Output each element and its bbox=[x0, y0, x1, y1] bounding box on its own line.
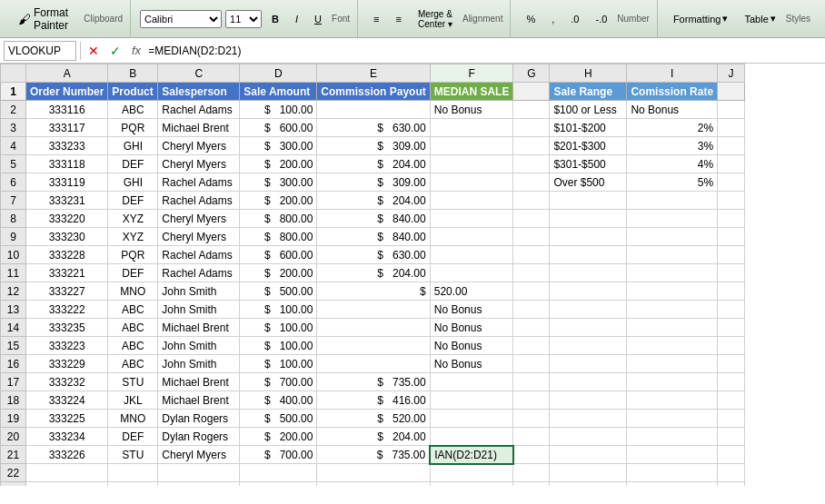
cell-h6[interactable]: Over $500 bbox=[550, 173, 627, 192]
cell-i20[interactable] bbox=[627, 428, 718, 446]
cell-c7[interactable]: Rachel Adams bbox=[158, 192, 240, 210]
cell-g15[interactable] bbox=[513, 337, 550, 355]
cell-e13[interactable] bbox=[317, 301, 430, 319]
cell-g3[interactable] bbox=[513, 119, 550, 137]
cell-i23[interactable] bbox=[627, 482, 718, 487]
cell-a20[interactable]: 333234 bbox=[26, 428, 108, 446]
cell-g19[interactable] bbox=[513, 410, 550, 428]
cell-i10[interactable] bbox=[627, 246, 718, 264]
cell-i6[interactable]: 5% bbox=[627, 173, 718, 192]
col-header-f[interactable]: F bbox=[430, 64, 513, 83]
cell-c16[interactable]: John Smith bbox=[158, 355, 240, 373]
col-header-h[interactable]: H bbox=[550, 64, 627, 83]
cell-a2[interactable]: 333116 bbox=[26, 101, 108, 119]
cell-d14[interactable]: $ 100.00 bbox=[240, 319, 317, 337]
cell-c8[interactable]: Cheryl Myers bbox=[158, 210, 240, 228]
cell-e17[interactable]: $ 735.00 bbox=[317, 373, 430, 391]
cell-h4[interactable]: $201-$300 bbox=[550, 137, 627, 155]
cell-g21[interactable] bbox=[513, 446, 550, 464]
cell-j22[interactable] bbox=[718, 464, 745, 482]
name-box[interactable] bbox=[4, 41, 76, 61]
cell-i4[interactable]: 3% bbox=[627, 137, 718, 155]
cell-c12[interactable]: John Smith bbox=[158, 282, 240, 301]
cell-j10[interactable] bbox=[718, 246, 745, 264]
cell-j1[interactable] bbox=[718, 83, 745, 101]
cell-g1[interactable] bbox=[513, 83, 550, 101]
cell-h20[interactable] bbox=[550, 428, 627, 446]
format-painter-btn[interactable]: 🖌 Format Painter bbox=[15, 5, 80, 34]
cell-d20[interactable]: $ 200.00 bbox=[240, 428, 317, 446]
confirm-btn[interactable]: ✓ bbox=[106, 42, 124, 60]
align-center-btn[interactable]: ≡ bbox=[389, 11, 407, 27]
cell-b11[interactable]: DEF bbox=[108, 264, 158, 282]
cell-f20[interactable] bbox=[430, 428, 513, 446]
cell-j14[interactable] bbox=[718, 319, 745, 337]
cell-a6[interactable]: 333119 bbox=[26, 173, 108, 192]
cell-b17[interactable]: STU bbox=[108, 373, 158, 391]
cell-a8[interactable]: 333220 bbox=[26, 210, 108, 228]
cell-f19[interactable] bbox=[430, 410, 513, 428]
cell-b16[interactable]: ABC bbox=[108, 355, 158, 373]
bold-btn[interactable]: B bbox=[265, 11, 285, 27]
cell-d2[interactable]: $ 100.00 bbox=[240, 101, 317, 119]
cell-c19[interactable]: Dylan Rogers bbox=[158, 410, 240, 428]
cell-h10[interactable] bbox=[550, 246, 627, 264]
cell-f3[interactable] bbox=[430, 119, 513, 137]
cell-g18[interactable] bbox=[513, 391, 550, 410]
cell-h7[interactable] bbox=[550, 192, 627, 210]
cell-h15[interactable] bbox=[550, 337, 627, 355]
cell-a7[interactable]: 333231 bbox=[26, 192, 108, 210]
cell-a17[interactable]: 333232 bbox=[26, 373, 108, 391]
cell-g22[interactable] bbox=[513, 464, 550, 482]
cell-h2[interactable]: $100 or Less bbox=[550, 101, 627, 119]
cell-a16[interactable]: 333229 bbox=[26, 355, 108, 373]
cell-b13[interactable]: ABC bbox=[108, 301, 158, 319]
cell-c1[interactable]: Salesperson bbox=[158, 83, 240, 101]
cancel-btn[interactable]: ✕ bbox=[84, 42, 103, 60]
cell-f22[interactable] bbox=[430, 464, 513, 482]
cell-e11[interactable]: $ 204.00 bbox=[317, 264, 430, 282]
cell-a18[interactable]: 333224 bbox=[26, 391, 108, 410]
cell-f11[interactable] bbox=[430, 264, 513, 282]
cell-b12[interactable]: MNO bbox=[108, 282, 158, 301]
cell-e7[interactable]: $ 204.00 bbox=[317, 192, 430, 210]
cell-i12[interactable] bbox=[627, 282, 718, 301]
cell-d9[interactable]: $ 800.00 bbox=[240, 228, 317, 246]
cell-j8[interactable] bbox=[718, 210, 745, 228]
cell-b9[interactable]: XYZ bbox=[108, 228, 158, 246]
cell-c17[interactable]: Michael Brent bbox=[158, 373, 240, 391]
cell-j19[interactable] bbox=[718, 410, 745, 428]
cell-j6[interactable] bbox=[718, 173, 745, 192]
cell-f17[interactable] bbox=[430, 373, 513, 391]
cell-e5[interactable]: $ 204.00 bbox=[317, 155, 430, 173]
cell-d7[interactable]: $ 200.00 bbox=[240, 192, 317, 210]
cell-b10[interactable]: PQR bbox=[108, 246, 158, 264]
cell-j18[interactable] bbox=[718, 391, 745, 410]
col-header-i[interactable]: I bbox=[627, 64, 718, 83]
cell-d6[interactable]: $ 300.00 bbox=[240, 173, 317, 192]
cell-f9[interactable] bbox=[430, 228, 513, 246]
cell-h17[interactable] bbox=[550, 373, 627, 391]
cell-h12[interactable] bbox=[550, 282, 627, 301]
col-header-g[interactable]: G bbox=[513, 64, 550, 83]
cell-e12[interactable]: $ bbox=[317, 282, 430, 301]
cell-e10[interactable]: $ 630.00 bbox=[317, 246, 430, 264]
cell-i11[interactable] bbox=[627, 264, 718, 282]
italic-btn[interactable]: I bbox=[289, 11, 304, 27]
merge-center-btn[interactable]: Merge & Center ▾ bbox=[412, 6, 459, 32]
cell-f7[interactable] bbox=[430, 192, 513, 210]
cell-a23[interactable] bbox=[26, 482, 108, 487]
formula-input[interactable] bbox=[148, 41, 821, 61]
cell-j2[interactable] bbox=[718, 101, 745, 119]
cell-f10[interactable] bbox=[430, 246, 513, 264]
cell-b14[interactable]: ABC bbox=[108, 319, 158, 337]
cell-j23[interactable] bbox=[718, 482, 745, 487]
cell-a4[interactable]: 333233 bbox=[26, 137, 108, 155]
cell-c5[interactable]: Cheryl Myers bbox=[158, 155, 240, 173]
cell-b4[interactable]: GHI bbox=[108, 137, 158, 155]
cell-i22[interactable] bbox=[627, 464, 718, 482]
cell-j12[interactable] bbox=[718, 282, 745, 301]
cell-j20[interactable] bbox=[718, 428, 745, 446]
cell-h1[interactable]: Sale Range bbox=[550, 83, 627, 101]
cell-g13[interactable] bbox=[513, 301, 550, 319]
